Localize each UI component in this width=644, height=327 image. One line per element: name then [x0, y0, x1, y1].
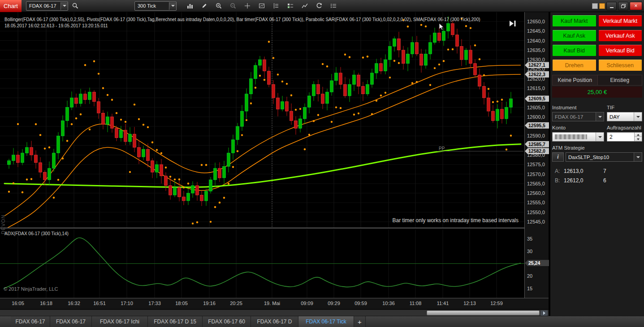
zoom-out-icon[interactable] [227, 1, 239, 11]
pivot-pp-marker: 12582,0 [525, 148, 549, 154]
chart-tab-6[interactable]: FDAX 06-17 Tick [298, 316, 354, 327]
adx-tick-label: 15 [527, 286, 532, 291]
trend-line-icon[interactable] [299, 1, 311, 11]
buy-bid-button[interactable]: Kauf Bid [552, 44, 596, 56]
time-axis[interactable]: 16:0516:1816:3216:5117:1017:3318:0519:16… [0, 298, 549, 309]
interval-select[interactable]: 300 Tick [134, 1, 177, 11]
chart-tab-2[interactable]: FDAX 06-17 Ichi [92, 316, 148, 327]
time-tick-label: 16:51 [93, 301, 106, 306]
add-tab-button[interactable]: + [354, 316, 366, 327]
minimize-button[interactable] [606, 2, 617, 10]
adx-value-marker: 25,24 [525, 260, 549, 266]
chart-region: PP Bollinger(FDAX 06-17 (300 Tick),0,2,5… [0, 12, 549, 316]
entry-label: Einstieg [597, 75, 642, 85]
parabolic-sar-marker: 12595,5 [525, 122, 549, 129]
chart-tab-4[interactable]: FDAX 06-17 60 [203, 316, 251, 327]
atm-info-button[interactable]: i [552, 152, 564, 162]
horizontal-scrollbar[interactable] [0, 310, 549, 316]
price-tick-label: 12570,0 [527, 172, 545, 177]
chevron-down-icon [634, 153, 642, 161]
panel-instrument-select[interactable]: FDAX 06-17 [552, 112, 604, 121]
price-alignment-icon[interactable] [270, 1, 282, 11]
bollinger-lower-marker: 12622,3 [525, 71, 549, 77]
order-buttons: Kauf Markt Verkauf Markt Kauf Ask Verkau… [552, 15, 642, 71]
atm-strategy-select[interactable]: DaxSLTP_Stop10 [566, 152, 642, 162]
time-tick-label: 09:09 [301, 301, 313, 306]
time-tick-label: 16:05 [12, 301, 24, 306]
go-to-latest-icon[interactable] [510, 21, 516, 29]
order-flow-icon[interactable] [285, 1, 296, 11]
restore-button[interactable] [618, 2, 628, 10]
close-icon: × [634, 3, 637, 9]
adx-tick-label: 35 [527, 236, 532, 241]
sell-bid-button[interactable]: Verkauf Bid [598, 44, 643, 56]
price-tick-label: 12635,0 [527, 47, 545, 53]
reverse-button[interactable]: Drehen [552, 59, 596, 71]
price-tick-label: 12615,0 [527, 86, 545, 91]
scroll-right-button[interactable] [540, 310, 548, 316]
window-title: Chart [0, 0, 22, 12]
panel-divider[interactable] [0, 228, 549, 228]
time-tick-label: 09:29 [328, 301, 340, 306]
scrollbar-thumb[interactable] [427, 310, 540, 315]
main-chart-plot[interactable]: PP [0, 12, 524, 228]
zoom-in-icon[interactable] [213, 1, 225, 11]
crosshair-icon[interactable] [242, 1, 253, 11]
order-panel: Kauf Markt Verkauf Markt Kauf Ask Verkau… [550, 12, 644, 316]
adx-plot[interactable] [0, 229, 524, 298]
toolbar: Chart FDAX 06-17 300 Tick × [0, 0, 644, 12]
account-field-label: Konto [552, 125, 607, 130]
close-button[interactable]: × [630, 2, 642, 10]
chevron-down-icon [596, 112, 604, 121]
panel-indicator-gray[interactable] [592, 3, 598, 9]
close-position-button[interactable]: Schliessen [598, 59, 643, 71]
price-tick-label: 12600,0 [527, 114, 545, 120]
price-tick-label: 12590,0 [527, 133, 545, 138]
properties-icon[interactable] [328, 1, 339, 11]
pnl-display: 25,00 € [552, 86, 642, 98]
chart-tab-0[interactable]: FDAX 06-17 [11, 316, 50, 327]
sell-ask-button[interactable]: Verkauf Ask [598, 30, 643, 42]
adx-tick-label: 20 [527, 273, 532, 279]
adx-tick-label: 30 [527, 249, 532, 254]
reload-icon[interactable] [313, 1, 325, 11]
data-box-icon[interactable] [256, 1, 268, 11]
pencil-icon[interactable] [199, 1, 210, 11]
account-select[interactable] [552, 132, 604, 142]
time-tick-label: 12:59 [490, 301, 503, 306]
bar-timer-message: Bar timer only works on intraday time ba… [393, 217, 519, 224]
price-tick-label: 12605,0 [527, 105, 545, 110]
chevron-down-icon [61, 2, 68, 10]
restore-icon [621, 4, 626, 8]
minimize-icon [610, 7, 614, 8]
chart-tab-1[interactable]: FDAX 06-17 [50, 316, 92, 327]
buy-market-button[interactable]: Kauf Markt [552, 15, 596, 27]
chart-style-icon[interactable] [184, 1, 196, 11]
qty-decrement-button[interactable] [635, 137, 642, 141]
price-tick-label: 12545,0 [527, 219, 545, 224]
instrument-select[interactable]: FDAX 06-17 [26, 1, 68, 11]
price-tick-label: 12565,0 [527, 181, 545, 186]
time-tick-label: 20:25 [230, 301, 242, 306]
chevron-down-icon [169, 2, 176, 10]
chart-tab-5[interactable]: FDAX 06-17 D [251, 316, 298, 327]
adx-indicator-label: ADX(FDAX 06-17 (300 Tick),14) [4, 231, 69, 236]
time-tick-label: 19:16 [203, 301, 216, 306]
ask-quote-row: A: 12613,0 7 [552, 168, 642, 174]
price-tick-label: 12575,0 [527, 162, 545, 167]
panel-indicator-orange[interactable] [599, 3, 605, 9]
ninjatrader-chart-window: Chart FDAX 06-17 300 Tick × PP Bolling [0, 0, 644, 327]
sell-market-button[interactable]: Verkauf Markt [598, 15, 643, 27]
copyright: © 2017 NinjaTrader, LLC [4, 286, 58, 292]
price-tick-label: 12550,0 [527, 210, 545, 215]
quantity-stepper[interactable]: 2 [607, 132, 642, 142]
buy-ask-button[interactable]: Kauf Ask [552, 30, 596, 42]
qty-increment-button[interactable] [635, 133, 642, 137]
last-price-marker: 12609,5 [525, 95, 549, 102]
chart-tab-3[interactable]: FDAX 06-17 D 15 [148, 316, 203, 327]
tif-select[interactable]: DAY [607, 112, 642, 121]
instrument-search-icon[interactable] [70, 1, 81, 11]
time-tick-label: 19. Mai [264, 301, 280, 306]
price-axis[interactable]: 12650,012645,012640,012635,012630,012625… [524, 12, 549, 298]
position-status: Keine Position [553, 75, 597, 85]
